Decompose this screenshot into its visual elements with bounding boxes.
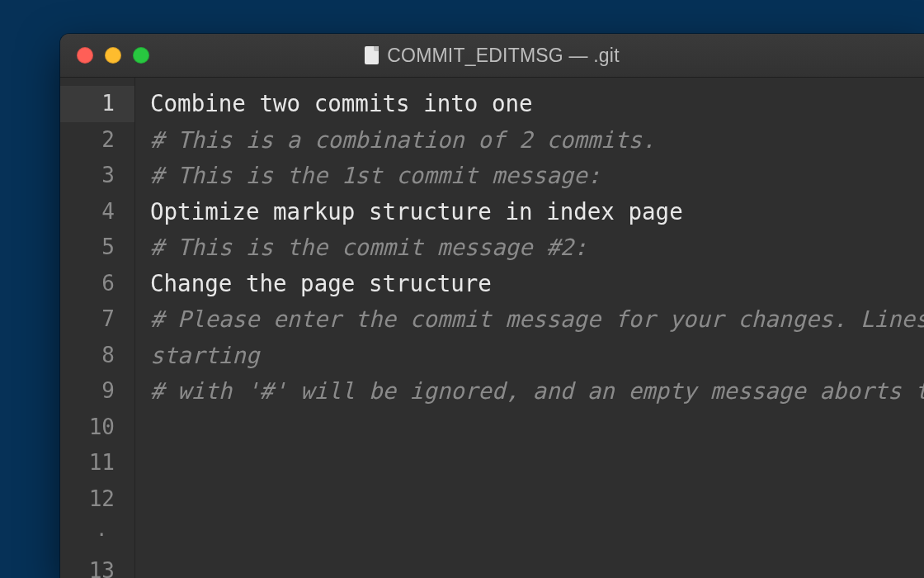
line-number-gutter: 1 2 3 4 5 6 7 8 9 10 11 12 · 13 [60,78,135,578]
close-icon[interactable] [77,47,93,64]
code-line[interactable]: # This is the commit message #2: [150,230,924,266]
line-number[interactable]: 5 [60,230,134,266]
line-number[interactable]: 7 [60,301,134,338]
code-line[interactable]: # Please enter the commit message for yo… [150,301,924,338]
editor-area[interactable]: 1 2 3 4 5 6 7 8 9 10 11 12 · 13 Combine … [60,78,924,578]
line-number[interactable]: 4 [60,194,134,230]
file-icon [365,46,379,64]
window-controls [77,47,149,64]
line-number[interactable]: 13 [60,553,134,579]
window-title-text: COMMIT_EDITMSG — .git [387,45,620,67]
code-line-wrap[interactable]: starting [150,338,924,374]
code-line[interactable]: Change the page structure [150,266,924,302]
minimize-icon[interactable] [105,47,121,64]
line-number[interactable]: 11 [60,445,134,481]
line-number[interactable]: 6 [60,266,134,302]
code-line[interactable]: Combine two commits into one [150,86,924,122]
window-title: COMMIT_EDITMSG — .git [60,45,924,67]
code-line[interactable]: Optimize markup structure in index page [150,194,924,230]
line-number[interactable]: 2 [60,122,134,159]
code-line[interactable]: # This is the 1st commit message: [150,158,924,194]
line-number-wrap-indicator: · [60,517,134,553]
line-number[interactable]: 12 [60,481,134,518]
line-number[interactable]: 1 [60,86,134,122]
titlebar[interactable]: COMMIT_EDITMSG — .git [60,34,924,78]
line-number[interactable]: 3 [60,158,134,194]
code-line[interactable]: # This is a combination of 2 commits. [150,122,924,159]
code-content[interactable]: Combine two commits into one # This is a… [135,78,924,578]
editor-window: COMMIT_EDITMSG — .git 1 2 3 4 5 6 7 8 9 … [60,34,924,578]
code-line[interactable]: # with '#' will be ignored, and an empty… [150,373,924,410]
line-number[interactable]: 8 [60,338,134,374]
line-number[interactable]: 10 [60,410,134,446]
zoom-icon[interactable] [133,47,149,64]
line-number[interactable]: 9 [60,373,134,410]
